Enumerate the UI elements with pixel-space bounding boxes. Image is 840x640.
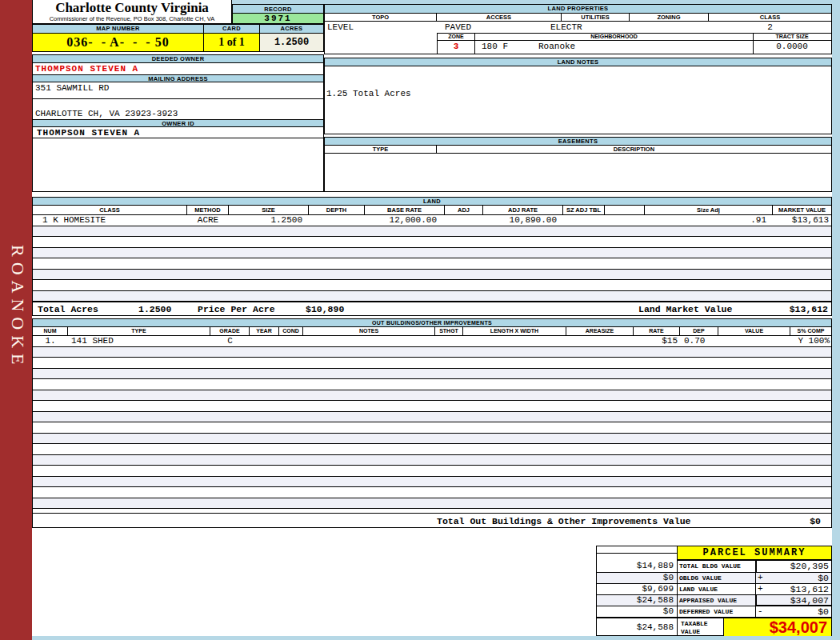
ob-row-year (250, 336, 279, 346)
ob-col-sthgt: STHGT (435, 327, 463, 335)
land-col-blank (605, 206, 645, 214)
topo-value: LEVEL (327, 22, 354, 32)
zoning-label: ZONING (630, 14, 709, 21)
owner-id-label: OWNER ID (33, 119, 323, 127)
ob-total-label: Total Out Buildings & Other Improvements… (437, 516, 690, 526)
mailing-address-label: MAILING ADDRESS (33, 74, 323, 82)
region-label: ROANOKE (6, 245, 28, 389)
land-row-class: 1 K HOMESITE (33, 215, 187, 226)
ob-row-cond (279, 336, 303, 346)
address-line2: CHARLOTTE CH, VA 23923-3923 (33, 99, 323, 119)
county-subtitle: Commissioner of the Revenue, PO Box 308,… (33, 15, 231, 22)
ob-total-value: $0 (810, 516, 821, 526)
ps-prior-0: $14,889 (597, 561, 677, 572)
ps-op-4: - (756, 606, 766, 617)
map-card-acres-table: MAP NUMBER CARD ACRES 036- - A- - - 50 1… (32, 24, 324, 52)
ob-col-grade: GRADE (210, 327, 250, 335)
class-value: 2 (709, 22, 831, 32)
ps-taxable-label: TAXABLE VALUE (677, 618, 723, 636)
county-header: Charlotte County Virginia Commissioner o… (32, 0, 232, 24)
land-row-market-value: $13,613 (773, 215, 831, 226)
ps-taxable-prior: $24,588 (597, 618, 677, 636)
ps-label-3: APPRAISED VALUE (677, 595, 755, 606)
record-box: RECORD 3971 (232, 4, 324, 24)
ob-row-length-width (463, 336, 566, 346)
ps-label-1: OBLDG VALUE (677, 573, 755, 583)
ps-value-1: $0 (766, 573, 831, 583)
ob-col-areasize: AREASIZE (566, 327, 634, 335)
ps-value-3: $34,007 (766, 595, 831, 605)
land-row-size: 1.2500 (229, 215, 309, 226)
ps-value-2: $13,612 (766, 584, 831, 594)
ps-op-0 (757, 561, 766, 572)
ps-label-0: TOTAL BLDG VALUE (677, 561, 755, 572)
ob-col-s-comp: S% COMP (790, 327, 831, 335)
ps-prior-1: $0 (597, 573, 677, 583)
neighborhood-label: NEIGHBORHOOD (475, 34, 754, 40)
ob-col-year: YEAR (250, 327, 279, 335)
total-acres-value: 1.2500 (138, 304, 171, 314)
region-sidebar: ROANOKE (0, 0, 32, 640)
ps-mini-cell-2 (597, 554, 677, 561)
deeded-owner-value: THOMPSON STEVEN A (33, 63, 323, 74)
land-totals-row: Total Acres 1.2500 Price Per Acre $10,89… (33, 302, 831, 315)
ps-prior-2: $9,699 (597, 584, 677, 594)
acres-value: 1.2500 (260, 34, 323, 51)
ps-op-2: + (756, 584, 766, 594)
address-line1: 351 SAWMILL RD (33, 82, 323, 99)
land-row-sz-adj-tbl (563, 215, 605, 226)
ob-row-notes (303, 336, 435, 346)
map-number-label: MAP NUMBER (33, 25, 204, 33)
land-properties-title: LAND PROPERTIES (325, 5, 831, 14)
ob-col-cond: COND (279, 327, 303, 335)
owner-id-value: THOMPSON STEVEN A (33, 127, 323, 138)
land-col-base-rate: BASE RATE (365, 206, 445, 214)
utilities-label: UTILITIES (562, 14, 630, 21)
ob-col-notes: NOTES (303, 327, 435, 335)
neighborhood-value: Roanoke (538, 41, 575, 54)
map-number-value: 036- - A- - - 50 (33, 34, 204, 51)
ps-prior-4: $0 (597, 606, 677, 617)
ob-col-rate: RATE (634, 327, 680, 335)
land-row-adj (445, 215, 483, 226)
ps-value-4: $0 (766, 606, 831, 617)
land-table-row: 1 K HOMESITE ACRE 1.2500 12,000.00 10,89… (33, 215, 831, 226)
tract-size-label: TRACT SIZE (754, 34, 830, 40)
out-buildings-total-row: Total Out Buildings & Other Improvements… (33, 513, 831, 527)
zone-value: 3 (438, 41, 475, 54)
land-row-base-rate: 12,000.00 (365, 215, 445, 226)
land-market-value-label: Land Market Value (638, 304, 732, 314)
land-col-depth: DEPTH (309, 206, 365, 214)
land-table-stripes (33, 226, 831, 302)
ps-row: $9,699 LAND VALUE + $13,612 (597, 583, 831, 594)
tract-size-value: 0.0000 (754, 41, 830, 54)
easement-type-label: TYPE (325, 146, 437, 153)
ps-op-1: + (756, 573, 766, 583)
ps-row: $0 DEFERRED VALUE - $0 (597, 606, 831, 617)
easements-title: EASEMENTS (325, 138, 831, 146)
out-buildings-stripes (33, 346, 831, 513)
land-col-size-adj: Size Adj (645, 206, 773, 214)
land-col-adj: ADJ (445, 206, 483, 214)
land-row-method: ACRE (187, 215, 229, 226)
ps-row: $0 OBLDG VALUE + $0 (597, 572, 831, 583)
ob-row-value (718, 336, 790, 346)
zone-subtable: ZONE NEIGHBORHOOD TRACT SIZE 3 180 F Roa… (437, 33, 831, 54)
card-value: 1 of 1 (204, 34, 260, 51)
land-col-adj-rate: ADJ RATE (483, 206, 563, 214)
topo-label: TOPO (325, 14, 437, 21)
parcel-summary: PARCEL SUMMARY $14,889 TOTAL BLDG VALUE … (596, 546, 832, 636)
out-buildings-title: OUT BUILDINGS/OTHER IMPROVEMENTS (33, 319, 831, 327)
ob-col-value: VALUE (718, 327, 790, 335)
county-title: Charlotte County Virginia (33, 0, 231, 15)
deeded-owner-label: DEEDED OWNER (33, 55, 323, 63)
owner-box: DEEDED OWNER THOMPSON STEVEN A MAILING A… (32, 54, 324, 192)
acres-label: ACRES (260, 25, 323, 33)
ob-row-num: 1. (33, 336, 68, 346)
neighborhood-code: 180 F (482, 41, 508, 54)
ob-row-s-comp: Y 100% (790, 336, 831, 346)
land-notes-box: LAND NOTES 1.25 Total Acres (324, 58, 832, 134)
ps-row: $24,588 APPRAISED VALUE $34,007 (597, 594, 831, 606)
ps-title: PARCEL SUMMARY (677, 546, 831, 561)
ob-row-areasize (566, 336, 634, 346)
